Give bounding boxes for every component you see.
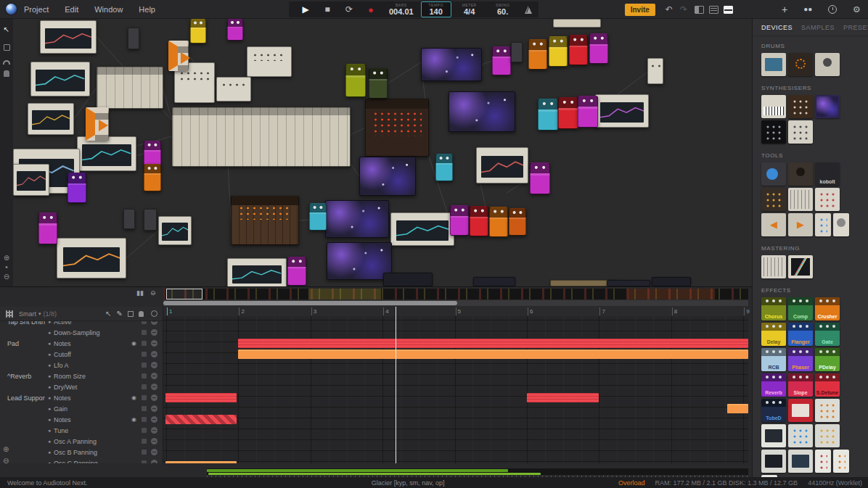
remove-icon[interactable]	[151, 460, 157, 463]
remove-icon[interactable]	[151, 427, 157, 434]
canvas-device-module[interactable]	[144, 209, 157, 231]
library-item[interactable]	[761, 255, 786, 278]
remove-icon[interactable]	[151, 351, 157, 357]
canvas-device-pedal[interactable]	[287, 257, 306, 286]
hand-tool-icon[interactable]	[139, 311, 144, 317]
menu-item-window[interactable]: Window	[94, 5, 123, 14]
library-item[interactable]	[788, 162, 813, 186]
collaboration-icon[interactable]: ●●	[803, 4, 812, 15]
clip[interactable]	[165, 415, 237, 424]
canvas-device-mixer[interactable]	[97, 67, 163, 109]
automation-row[interactable]: Tap Sht Dnther●Active	[0, 321, 163, 327]
lock-icon[interactable]	[142, 395, 147, 400]
canvas-device-panel[interactable]	[390, 212, 454, 246]
timeline-hscrollbar[interactable]	[163, 300, 748, 306]
invite-button[interactable]: Invite	[625, 4, 655, 16]
undo-icon[interactable]: ↶	[666, 4, 673, 15]
marquee-tool-icon[interactable]	[4, 44, 10, 51]
headphones-tool-icon[interactable]	[3, 60, 10, 65]
canvas-device-pedal[interactable]	[450, 205, 469, 236]
library-item[interactable]	[815, 95, 840, 118]
library-item[interactable]	[788, 53, 813, 76]
remove-icon[interactable]	[151, 405, 157, 412]
canvas-device-module[interactable]	[123, 209, 135, 229]
split-view-icon[interactable]	[724, 6, 733, 14]
loop-button[interactable]: ⟳	[338, 4, 360, 15]
position-display[interactable]: BARS 004.01	[385, 2, 418, 17]
automation-row[interactable]: ●Osc C Panning	[0, 458, 163, 463]
library-item-phaser[interactable]: Phaser	[788, 348, 813, 371]
library-item[interactable]	[761, 53, 786, 76]
canvas-device-lightmod[interactable]	[647, 58, 663, 84]
menu-item-project[interactable]: Project	[24, 5, 49, 14]
target-icon[interactable]: ◉	[131, 394, 140, 401]
library-item[interactable]	[761, 162, 786, 186]
remove-icon[interactable]	[151, 416, 157, 423]
automation-row[interactable]: Lead Support●Notes◉	[0, 392, 163, 403]
library-tab-presets[interactable]: PRESETS	[843, 24, 868, 31]
lock-icon[interactable]	[142, 460, 147, 463]
canvas-device-panel[interactable]	[158, 216, 192, 245]
canvas-device-panel[interactable]	[595, 94, 649, 128]
canvas-device-panel[interactable]	[28, 103, 74, 135]
library-item[interactable]	[788, 188, 813, 211]
clip[interactable]	[165, 461, 237, 463]
canvas-device-pedal[interactable]	[509, 208, 526, 236]
canvas-device-pedal[interactable]	[549, 36, 568, 67]
pencil-tool-icon[interactable]: ✎	[117, 310, 123, 318]
canvas-device-panel[interactable]	[227, 258, 287, 286]
timeline-zoom-out-icon[interactable]: ⊖	[3, 455, 9, 472]
canvas-device-pedal[interactable]	[589, 33, 608, 64]
remove-icon[interactable]	[151, 438, 157, 444]
canvas-device-pedal[interactable]	[538, 99, 558, 131]
library-item-reverb[interactable]: Reverb	[761, 373, 786, 397]
collapse-panel-icon[interactable]: ⊖	[150, 289, 156, 297]
automation-row[interactable]: ●Down-Sampling	[0, 327, 163, 338]
app-logo-icon[interactable]	[6, 4, 17, 15]
canvas-device-star[interactable]	[421, 48, 482, 81]
remove-icon[interactable]	[151, 362, 157, 368]
canvas-device-mixer[interactable]	[172, 107, 351, 167]
clip-grid[interactable]	[163, 316, 748, 463]
canvas-device-flat[interactable]	[383, 273, 433, 286]
settings-wrench-icon[interactable]: ⚙	[852, 6, 862, 14]
canvas-device-star[interactable]	[359, 157, 416, 196]
minimap-viewport[interactable]	[166, 289, 202, 299]
library-item[interactable]	[815, 188, 840, 211]
chevron-down-icon[interactable]: ▾	[38, 311, 41, 317]
remove-icon[interactable]	[151, 329, 157, 336]
library-item[interactable]	[788, 255, 813, 278]
library-item[interactable]	[815, 213, 831, 236]
canvas-zoom-out-icon[interactable]: ⊖	[4, 273, 9, 282]
canvas-device-panel[interactable]	[30, 62, 90, 96]
canvas-device-star[interactable]	[327, 242, 392, 280]
library-item[interactable]	[815, 399, 840, 422]
canvas-device-pedal[interactable]	[528, 39, 547, 70]
canvas-device-module[interactable]	[128, 28, 139, 49]
lock-icon[interactable]	[142, 321, 147, 324]
canvas-device-panel[interactable]	[13, 164, 49, 196]
clip[interactable]	[165, 393, 237, 402]
library-item-comp[interactable]: Comp	[788, 297, 813, 320]
clip[interactable]	[238, 350, 748, 359]
automation-row[interactable]: ●Lfo A	[0, 360, 163, 371]
canvas-device-panel[interactable]	[40, 20, 97, 54]
canvas-device-pedal[interactable]	[569, 35, 588, 65]
timeline-minimap[interactable]	[163, 289, 748, 299]
remove-icon[interactable]	[151, 384, 157, 390]
canvas-device-pedal[interactable]	[345, 64, 366, 97]
timeline-hscrollbar-thumb[interactable]	[163, 301, 457, 305]
canvas-device-pedal[interactable]	[309, 203, 327, 231]
library-item[interactable]	[815, 53, 840, 76]
canvas-device-flat[interactable]	[553, 19, 601, 28]
lock-icon[interactable]	[142, 363, 147, 368]
library-item-gate[interactable]: Gate	[815, 323, 840, 346]
library-item[interactable]	[788, 120, 813, 144]
lock-icon[interactable]	[142, 417, 147, 422]
library-item-chorus[interactable]: Chorus	[761, 297, 786, 320]
canvas-device-star[interactable]	[449, 91, 515, 132]
canvas-device-panel[interactable]	[57, 238, 126, 278]
timeline-ruler[interactable]: 123456789	[163, 307, 748, 316]
canvas-device-panel[interactable]	[476, 147, 528, 183]
pointer-tool-icon[interactable]: ↖	[4, 23, 9, 41]
